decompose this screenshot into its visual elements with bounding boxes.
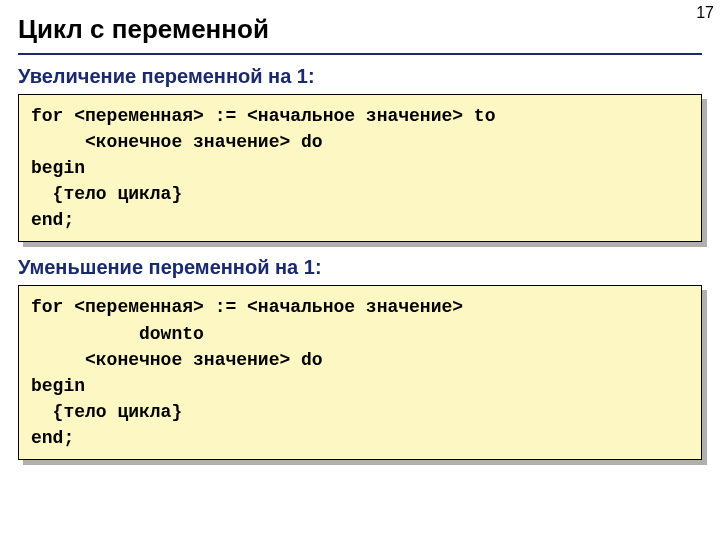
codebox-2-wrap: for <переменная> := <начальное значение>…	[18, 285, 702, 460]
title-underline	[18, 53, 702, 55]
section2-heading: Уменьшение переменной на 1:	[18, 256, 702, 279]
codebox-2: for <переменная> := <начальное значение>…	[18, 285, 702, 460]
codebox-1-wrap: for <переменная> := <начальное значение>…	[18, 94, 702, 242]
slide-title: Цикл с переменной	[18, 10, 702, 53]
page-number: 17	[696, 4, 714, 22]
codebox-1: for <переменная> := <начальное значение>…	[18, 94, 702, 242]
section1-heading: Увеличение переменной на 1:	[18, 65, 702, 88]
